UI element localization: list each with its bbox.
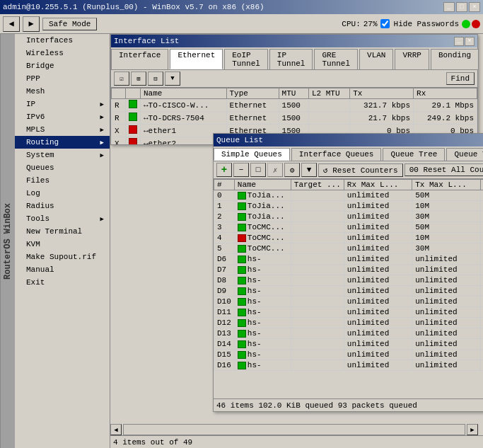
col-name[interactable]: Name bbox=[141, 88, 227, 99]
col-button[interactable]: ⊟ bbox=[148, 71, 163, 86]
add-button[interactable]: + bbox=[216, 163, 232, 177]
tab-ip-tunnel[interactable]: IP Tunnel bbox=[269, 49, 313, 69]
col-target[interactable]: Target ... bbox=[291, 180, 344, 190]
col-rx[interactable]: Rx bbox=[414, 88, 477, 99]
sidebar-item-wireless[interactable]: Wireless bbox=[15, 47, 110, 59]
queue-table-row[interactable]: D14 hs- unlimited unlimited bbox=[214, 339, 484, 350]
table-row[interactable]: R ↔TO-CISCO-W... Ethernet 1500 321.7 kbp… bbox=[112, 99, 477, 112]
maximize-button[interactable]: □ bbox=[456, 2, 467, 12]
interface-window-close[interactable]: × bbox=[465, 37, 475, 46]
remove-button[interactable]: − bbox=[233, 163, 249, 177]
tab-queue-tree[interactable]: Queue Tree bbox=[383, 148, 445, 161]
filter-button-q[interactable]: ▼ bbox=[301, 163, 317, 177]
queue-table-row[interactable]: D9 hs- unlimited unlimited bbox=[214, 286, 484, 297]
tab-ethernet[interactable]: Ethernet bbox=[170, 49, 223, 69]
tab-bonding[interactable]: Bonding bbox=[431, 49, 479, 69]
sidebar-item-new-terminal[interactable]: New Terminal bbox=[15, 225, 110, 238]
disable-button[interactable]: ✗ bbox=[267, 163, 283, 177]
interface-window-controls[interactable]: _ × bbox=[454, 37, 475, 46]
sidebar-item-log[interactable]: Log bbox=[15, 187, 110, 200]
sidebar-item-ip[interactable]: IP▶ bbox=[15, 98, 110, 110]
queue-table-row[interactable]: 1 ToJia... unlimited 10M Tojiaoxue bbox=[214, 201, 484, 212]
col-num[interactable]: # bbox=[214, 180, 235, 190]
queue-table-row[interactable]: D13 hs- unlimited unlimited bbox=[214, 328, 484, 339]
window-controls[interactable]: _ □ × bbox=[443, 2, 480, 12]
sidebar-item-mpls[interactable]: MPLS▶ bbox=[15, 123, 110, 136]
queue-table-row[interactable]: D8 hs- unlimited unlimited bbox=[214, 275, 484, 286]
interface-window-minimize[interactable]: _ bbox=[454, 37, 464, 46]
find-button[interactable]: Find bbox=[446, 72, 475, 85]
queue-table-row[interactable]: D12 hs- unlimited unlimited bbox=[214, 318, 484, 328]
tab-vlan[interactable]: VLAN bbox=[359, 49, 393, 69]
sidebar-item-interfaces[interactable]: Interfaces bbox=[15, 34, 110, 47]
filter-button[interactable]: ▼ bbox=[165, 71, 180, 86]
checkbox-all[interactable]: ☑ bbox=[114, 71, 129, 86]
queue-table-row[interactable]: 4 ToCMC... unlimited 10M ToCMCC bbox=[214, 233, 484, 243]
hscroll-track[interactable] bbox=[123, 424, 465, 435]
queue-table-row[interactable]: 5 ToCMC... unlimited 30M ToCMCC bbox=[214, 243, 484, 254]
col-icon[interactable] bbox=[126, 88, 141, 99]
sidebar-item-ipv6[interactable]: IPv6▶ bbox=[15, 110, 110, 123]
col-name-q[interactable]: Name bbox=[234, 180, 291, 190]
sort-button[interactable]: ⊞ bbox=[131, 71, 146, 86]
close-button[interactable]: × bbox=[469, 2, 480, 12]
col-mtu[interactable]: MTU bbox=[279, 88, 308, 99]
queue-table-row[interactable]: D15 hs- unlimited unlimited bbox=[214, 350, 484, 360]
queue-row-target bbox=[291, 360, 344, 371]
sidebar-item-system[interactable]: System▶ bbox=[15, 149, 110, 161]
sidebar-item-radius[interactable]: Radius bbox=[15, 200, 110, 212]
sidebar-item-ppp[interactable]: PPP bbox=[15, 72, 110, 85]
col-tx-max[interactable]: Tx Max L... bbox=[412, 180, 480, 190]
safe-mode-button[interactable]: Safe Mode bbox=[42, 18, 97, 30]
queue-table-row[interactable]: D11 hs- unlimited unlimited bbox=[214, 307, 484, 318]
reset-all-counters-button[interactable]: 00 Reset All Counters bbox=[405, 163, 483, 176]
queue-table-scroll[interactable]: # Name Target ... Rx Max L... Tx Max L..… bbox=[214, 179, 483, 398]
col-rx-max[interactable]: Rx Max L... bbox=[344, 180, 412, 190]
queue-table-row[interactable]: 2 ToJia... unlimited 30M Tojiaoxue bbox=[214, 212, 484, 222]
reset-counters-button[interactable]: ↺ Reset Counters bbox=[318, 163, 403, 177]
copy-button[interactable]: □ bbox=[250, 163, 266, 177]
col-packet-m[interactable]: Packet M... bbox=[480, 180, 483, 190]
queue-table-row[interactable]: D16 hs- unlimited unlimited bbox=[214, 360, 484, 371]
sidebar-item-bridge[interactable]: Bridge bbox=[15, 59, 110, 72]
tab-queue-types[interactable]: Queue Types bbox=[446, 148, 483, 161]
col-type[interactable]: Type bbox=[226, 88, 279, 99]
hscroll-left[interactable]: ◀ bbox=[110, 424, 122, 435]
hscroll-right[interactable]: ▶ bbox=[467, 424, 478, 435]
table-row[interactable]: R ↔TO-DCRS-7504 Ethernet 1500 21.7 kbps … bbox=[112, 112, 477, 125]
col-flag[interactable] bbox=[112, 88, 126, 99]
tab-interface[interactable]: Interface bbox=[111, 49, 168, 69]
tab-gre[interactable]: GRE Tunnel bbox=[314, 49, 358, 69]
sidebar-item-make-supout[interactable]: Make Supout.rif bbox=[15, 251, 110, 263]
sidebar-item-kvm[interactable]: KVM bbox=[15, 238, 110, 251]
col-tx[interactable]: Tx bbox=[350, 88, 414, 99]
queue-status-text: 46 items 102.0 KiB queued 93 packets que… bbox=[216, 401, 417, 410]
sidebar-item-manual[interactable]: Manual bbox=[15, 263, 110, 276]
tab-simple-queues[interactable]: Simple Queues bbox=[214, 148, 290, 161]
sidebar-item-routing[interactable]: Routing▶ bbox=[15, 136, 110, 149]
queue-table-row[interactable]: D10 hs- unlimited unlimited bbox=[214, 297, 484, 307]
sidebar-item-queues[interactable]: Queues bbox=[15, 161, 110, 174]
row-flag: X bbox=[112, 125, 126, 137]
minimize-button[interactable]: _ bbox=[443, 2, 455, 12]
row-l2mtu bbox=[308, 99, 349, 112]
forward-button[interactable]: ▶ bbox=[23, 16, 40, 32]
queue-table-row[interactable]: 3 ToCMC... unlimited 50M ToCMCC bbox=[214, 222, 484, 233]
queue-toolbar: + − □ ✗ ⚙ ▼ ↺ Reset Counters 00 Reset Al… bbox=[214, 161, 483, 179]
queue-table-row[interactable]: D7 hs- unlimited unlimited bbox=[214, 265, 484, 275]
sidebar-item-files[interactable]: Files bbox=[15, 174, 110, 187]
interface-hscroll[interactable]: ◀ ▶ bbox=[110, 424, 478, 435]
cpu-label: CPU: bbox=[342, 20, 360, 28]
queue-table-row[interactable]: D6 hs- unlimited unlimited bbox=[214, 254, 484, 265]
sidebar-item-exit[interactable]: Exit bbox=[15, 276, 110, 289]
sidebar-item-tools[interactable]: Tools▶ bbox=[15, 212, 110, 225]
settings-button[interactable]: ⚙ bbox=[284, 163, 300, 177]
back-button[interactable]: ◀ bbox=[3, 16, 20, 32]
tab-eoip[interactable]: EoIP Tunnel bbox=[224, 49, 268, 69]
col-l2mtu[interactable]: L2 MTU bbox=[308, 88, 349, 99]
sidebar-item-mesh[interactable]: Mesh bbox=[15, 85, 110, 98]
queue-table-row[interactable]: 0 ToJia... unlimited 50M Tojiaoxue bbox=[214, 190, 484, 201]
hide-passwords-checkbox[interactable] bbox=[380, 19, 390, 28]
tab-interface-queues[interactable]: Interface Queues bbox=[291, 148, 382, 161]
tab-vrrp[interactable]: VRRP bbox=[395, 49, 429, 69]
